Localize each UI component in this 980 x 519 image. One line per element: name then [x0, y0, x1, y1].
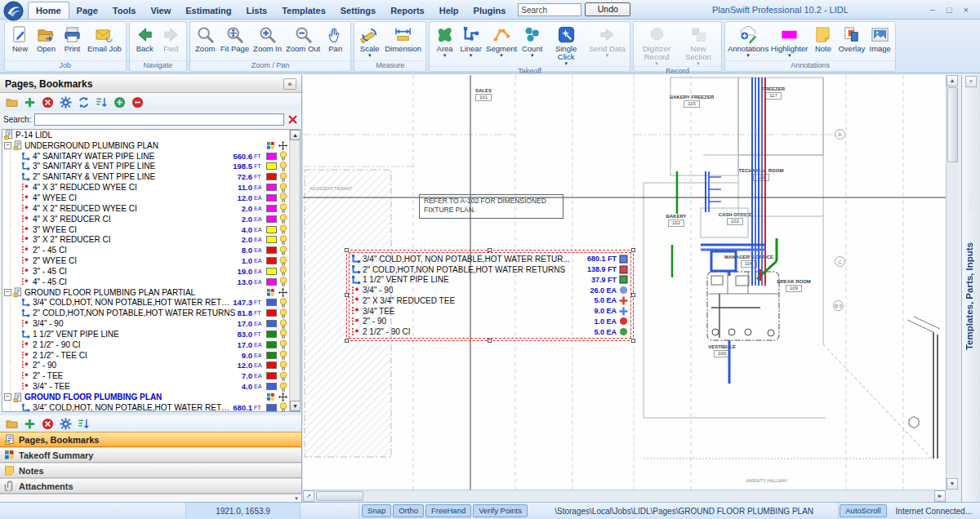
- tree-item[interactable]: 3" X 2" REDUCER CI2.0EA: [2, 234, 288, 245]
- add-icon[interactable]: [24, 96, 36, 109]
- color-swatch[interactable]: [266, 372, 277, 379]
- selection-handle[interactable]: [631, 339, 635, 343]
- color-swatch[interactable]: [266, 330, 277, 338]
- close-button[interactable]: ×: [964, 6, 969, 14]
- annotations-button[interactable]: Annotations▾: [728, 24, 768, 58]
- pages-search-input[interactable]: [34, 113, 284, 126]
- tree-item[interactable]: 2" WYEE CI1.0EA: [2, 255, 288, 266]
- accordion-attachments[interactable]: Attachments: [0, 478, 301, 494]
- tree-item[interactable]: 4" X 3" REDUCER CI2.0EA: [2, 214, 288, 224]
- selection-handle[interactable]: [631, 293, 635, 297]
- bulb-icon[interactable]: [279, 256, 287, 266]
- color-swatch[interactable]: [266, 215, 277, 223]
- menu-tab-reports[interactable]: Reports: [383, 2, 432, 19]
- bulb-icon[interactable]: [279, 350, 287, 360]
- freehand-toggle[interactable]: FreeHand: [425, 504, 471, 517]
- pan-button[interactable]: Pan: [323, 24, 348, 53]
- drawing-canvas[interactable]: ADJACENT TENANT AMENITY HALLWAY SALES101…: [303, 75, 946, 490]
- zoom-out-button[interactable]: Zoom Out: [284, 24, 322, 53]
- move-icon[interactable]: [278, 393, 287, 401]
- collapse-icon[interactable]: [131, 96, 144, 109]
- menu-tab-help[interactable]: Help: [432, 2, 466, 19]
- color-swatch[interactable]: [266, 236, 277, 243]
- tree-item[interactable]: 3" - 45 CI19.0EA: [2, 266, 288, 277]
- bulb-icon[interactable]: [279, 246, 287, 255]
- selection-handle[interactable]: [631, 248, 635, 252]
- tree-item[interactable]: 3/4" - 9017.0EA: [2, 318, 288, 329]
- canvas-vertical-scrollbar[interactable]: ▲ ▼: [946, 75, 958, 490]
- menu-tab-estimating[interactable]: Estimating: [178, 2, 238, 19]
- add-icon[interactable]: [24, 418, 36, 430]
- bulb-icon[interactable]: [279, 151, 287, 161]
- collapse-node-icon[interactable]: −: [4, 142, 11, 149]
- color-swatch[interactable]: [266, 320, 277, 327]
- grid-icon[interactable]: [266, 288, 275, 297]
- color-swatch[interactable]: [266, 352, 277, 359]
- color-swatch[interactable]: [266, 278, 277, 286]
- email-job-button[interactable]: Email Job: [86, 24, 123, 53]
- search-input[interactable]: [518, 3, 581, 16]
- color-swatch[interactable]: [266, 246, 277, 254]
- color-swatch[interactable]: [266, 173, 277, 180]
- maximize-button[interactable]: □: [947, 6, 952, 14]
- canvas-horizontal-scrollbar[interactable]: ↗ ►: [303, 490, 946, 502]
- overlay-button[interactable]: Overlay: [836, 24, 866, 53]
- fit-page-button[interactable]: Fit Page: [219, 24, 251, 53]
- collapse-node-icon[interactable]: −: [4, 393, 11, 401]
- takeoff-legend-annotation[interactable]: 3/4" COLD,HOT, NON POTABLE,HOT WATER RET…: [346, 250, 634, 341]
- expand-icon[interactable]: [114, 96, 126, 109]
- color-swatch[interactable]: [266, 341, 277, 348]
- autoscroll-button[interactable]: AutoScroll: [840, 504, 886, 517]
- menu-tab-tools[interactable]: Tools: [105, 2, 144, 19]
- color-swatch[interactable]: [266, 268, 277, 275]
- bulb-icon[interactable]: [279, 183, 287, 193]
- tree-item[interactable]: 4" - 45 CI13.0EA: [2, 277, 288, 287]
- settings-icon[interactable]: [60, 418, 72, 430]
- bulb-icon[interactable]: [279, 308, 287, 318]
- verify-points-toggle[interactable]: Verify Points: [473, 504, 528, 517]
- bulb-icon[interactable]: [279, 402, 287, 412]
- delete-icon[interactable]: [42, 418, 54, 430]
- tree-item[interactable]: 4" SANITARY WATER PIPE LINE560.6FT: [2, 151, 288, 162]
- color-swatch[interactable]: [266, 362, 277, 369]
- color-swatch[interactable]: [266, 309, 277, 317]
- bulb-icon[interactable]: [279, 193, 287, 202]
- tree-page-item[interactable]: P-14 LIDL: [2, 130, 288, 140]
- scroll-down-icon[interactable]: ▼: [947, 478, 958, 490]
- collapse-node-icon[interactable]: −: [4, 289, 11, 296]
- folder-icon[interactable]: [6, 418, 18, 430]
- bulb-icon[interactable]: [279, 162, 287, 171]
- grid-icon[interactable]: [266, 393, 275, 401]
- bulb-icon[interactable]: [279, 361, 287, 370]
- scroll-down-icon[interactable]: ▼: [290, 401, 301, 411]
- selection-handle[interactable]: [488, 339, 492, 343]
- tree-item[interactable]: 2 1/2" - 90 CI17.0EA: [2, 339, 288, 350]
- note-button[interactable]: Note: [810, 24, 835, 53]
- color-swatch[interactable]: [266, 194, 277, 202]
- bulb-icon[interactable]: [279, 319, 287, 329]
- menu-tab-settings[interactable]: Settings: [333, 2, 383, 19]
- scroll-up-icon[interactable]: ▲: [947, 75, 958, 86]
- scroll-up-icon[interactable]: ▲: [290, 130, 301, 140]
- area-button[interactable]: Area▾: [432, 24, 457, 58]
- tree-item[interactable]: 3/4" - TEE4.0EA: [2, 381, 288, 392]
- undo-button[interactable]: Undo: [585, 2, 630, 16]
- selection-handle[interactable]: [345, 293, 349, 297]
- print-button[interactable]: Print: [60, 24, 85, 53]
- snap-toggle[interactable]: Snap: [362, 504, 391, 517]
- tree-item[interactable]: 4" X 2" REDUCED WYEE CI2.0EA: [2, 203, 288, 214]
- collapse-panel-button[interactable]: «: [965, 76, 977, 87]
- menu-tab-plugins[interactable]: Plugins: [466, 2, 514, 19]
- bulb-icon[interactable]: [279, 266, 287, 276]
- bulb-icon[interactable]: [279, 298, 287, 308]
- templates-parts-inputs-panel[interactable]: « ::::::::: Templates, Parts, Inputs: [961, 75, 980, 502]
- move-icon[interactable]: [278, 288, 287, 297]
- single-click-button[interactable]: Single Click▾: [546, 24, 586, 66]
- color-swatch[interactable]: [266, 205, 277, 212]
- zoom-in-button[interactable]: Zoom In: [252, 24, 283, 53]
- bulb-icon[interactable]: [279, 203, 287, 213]
- bulb-icon[interactable]: [279, 277, 287, 286]
- menu-tab-home[interactable]: Home: [28, 2, 69, 19]
- open-button[interactable]: Open: [33, 24, 59, 53]
- count-button[interactable]: Count▾: [519, 24, 545, 58]
